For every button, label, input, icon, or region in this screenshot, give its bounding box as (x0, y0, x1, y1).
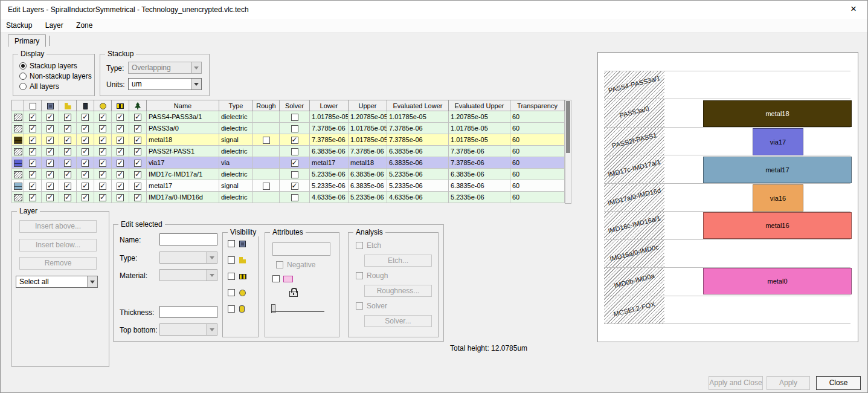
solver-checkbox[interactable] (291, 114, 298, 121)
cell-solver[interactable] (280, 111, 310, 123)
cell-evaluated-lower[interactable]: 4.6335e-06 (387, 192, 449, 203)
cell-name[interactable]: PASS2f-PASS1 (147, 146, 219, 157)
cell-evaluated-upper[interactable]: 6.3835e-06 (449, 169, 510, 180)
cell-evaluated-upper[interactable]: 5.2335e-06 (449, 192, 510, 203)
row-checkbox[interactable] (29, 160, 36, 167)
cell-type[interactable]: dielectric (219, 111, 253, 123)
solver-checkbox[interactable] (291, 148, 298, 155)
cell-evaluated-upper[interactable]: 1.20785e-05 (449, 111, 510, 123)
column-header-rough[interactable]: Rough (253, 100, 280, 111)
row-checkbox[interactable] (99, 171, 106, 178)
solver-checkbox[interactable] (291, 125, 298, 132)
viz-bar-via16[interactable]: via16 (753, 184, 803, 212)
cell-upper[interactable]: 6.3835e-06 (349, 180, 387, 192)
cell-transparency[interactable]: 60 (510, 123, 565, 134)
cell-upper[interactable]: 7.3785e-06 (349, 146, 387, 157)
column-header-lower[interactable]: Lower (310, 100, 349, 111)
cell-lower[interactable]: 5.2335e-06 (310, 180, 349, 192)
row-checkbox[interactable] (29, 137, 36, 144)
cell-evaluated-lower[interactable]: 5.2335e-06 (387, 180, 449, 192)
cell-rough[interactable] (253, 123, 280, 134)
row-checkbox[interactable] (117, 160, 124, 167)
row-checkbox[interactable] (99, 125, 106, 132)
cell-transparency[interactable]: 60 (510, 111, 565, 123)
cell-evaluated-lower[interactable]: 7.3785e-06 (387, 123, 449, 134)
column-header-battery-icon[interactable] (112, 100, 129, 111)
cell-upper[interactable]: 1.20785e-05 (349, 111, 387, 123)
row-checkbox[interactable] (134, 183, 141, 190)
column-header-shape-square-icon[interactable] (24, 100, 42, 111)
row-checkbox[interactable] (29, 183, 36, 190)
cell-evaluated-lower[interactable]: 1.01785e-05 (387, 111, 449, 123)
column-header-evaluated-upper[interactable]: Evaluated Upper (449, 100, 510, 111)
row-checkbox[interactable] (64, 125, 71, 132)
column-header-tree-icon[interactable] (129, 100, 147, 111)
row-checkbox[interactable] (117, 171, 124, 178)
thickness-input[interactable] (159, 306, 217, 318)
row-checkbox[interactable] (99, 160, 106, 167)
row-checkbox[interactable] (134, 171, 141, 178)
row-checkbox[interactable] (47, 194, 54, 201)
table-scrollbar[interactable] (565, 100, 571, 204)
row-checkbox[interactable] (64, 137, 71, 144)
cell-rough[interactable] (253, 134, 280, 146)
cell-upper[interactable]: metal18 (349, 157, 387, 169)
radio-icon[interactable] (19, 83, 27, 90)
tab-primary[interactable]: Primary (8, 34, 46, 47)
solver-checkbox[interactable] (291, 183, 298, 190)
cell-solver[interactable] (280, 157, 310, 169)
cell-type[interactable]: dielectric (219, 169, 253, 180)
cell-name[interactable]: metal18 (147, 134, 219, 146)
row-checkbox[interactable] (134, 137, 141, 144)
column-header-hole-circle-icon[interactable] (94, 100, 112, 111)
menu-layer[interactable]: Layer (40, 19, 69, 33)
cell-name[interactable]: PASS3a/0 (147, 123, 219, 134)
row-checkbox[interactable] (82, 114, 89, 121)
units-dropdown[interactable]: um (128, 78, 202, 90)
column-header-name[interactable]: Name (147, 100, 219, 111)
cell-evaluated-lower[interactable]: 6.3835e-06 (387, 146, 449, 157)
row-checkbox[interactable] (82, 171, 89, 178)
cell-upper[interactable]: 5.2335e-06 (349, 192, 387, 203)
row-checkbox[interactable] (29, 171, 36, 178)
cell-rough[interactable] (253, 169, 280, 180)
table-row[interactable]: PASS3a/0dielectric7.3785e-061.01785e-057… (12, 123, 565, 134)
cell-solver[interactable] (280, 123, 310, 134)
rough-checkbox[interactable] (263, 183, 270, 190)
cell-evaluated-upper[interactable]: 7.3785e-06 (449, 146, 510, 157)
rough-checkbox[interactable] (263, 137, 270, 144)
cell-name[interactable]: metal17 (147, 180, 219, 192)
cell-name[interactable]: via17 (147, 157, 219, 169)
row-checkbox[interactable] (64, 114, 71, 121)
visibility-toggle-checkbox[interactable] (228, 240, 235, 247)
row-checkbox[interactable] (134, 125, 141, 132)
row-checkbox[interactable] (64, 183, 71, 190)
column-header-transparency[interactable]: Transparency (510, 100, 565, 111)
row-checkbox[interactable] (47, 160, 54, 167)
cell-solver[interactable] (280, 169, 310, 180)
row-checkbox[interactable] (99, 183, 106, 190)
column-header-pin-icon[interactable] (77, 100, 94, 111)
cell-evaluated-upper[interactable]: 1.01785e-05 (449, 134, 510, 146)
table-row[interactable]: metal18signal7.3785e-061.01785e-057.3785… (12, 134, 565, 146)
cell-lower[interactable]: 7.3785e-06 (310, 134, 349, 146)
row-checkbox[interactable] (117, 183, 124, 190)
table-row[interactable]: IMD17c-IMD17a/1dielectric5.2335e-066.383… (12, 169, 565, 180)
cell-solver[interactable] (280, 180, 310, 192)
row-checkbox[interactable] (29, 125, 36, 132)
row-checkbox[interactable] (29, 114, 36, 121)
cell-type[interactable]: dielectric (219, 146, 253, 157)
row-checkbox[interactable] (82, 125, 89, 132)
row-checkbox[interactable] (29, 148, 36, 155)
color-checkbox[interactable] (272, 275, 280, 282)
column-header-filled-square-icon[interactable] (42, 100, 59, 111)
radio-all-layers[interactable]: All layers (19, 82, 59, 91)
row-checkbox[interactable] (117, 114, 124, 121)
cell-transparency[interactable]: 60 (510, 157, 565, 169)
select-all-dropdown[interactable]: Select all (16, 276, 98, 288)
row-checkbox[interactable] (47, 171, 54, 178)
cell-transparency[interactable]: 60 (510, 180, 565, 192)
row-checkbox[interactable] (29, 194, 36, 201)
row-checkbox[interactable] (47, 148, 54, 155)
cell-transparency[interactable]: 60 (510, 169, 565, 180)
